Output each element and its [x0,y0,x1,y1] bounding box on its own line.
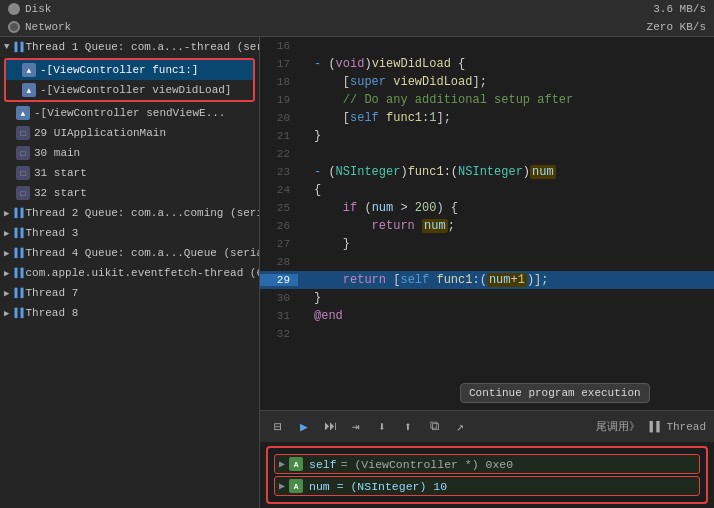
network-row: Network Zero KB/s [0,18,714,36]
frame-icon: □ [16,186,30,200]
thread-info: 尾调用》 ▐▐ Thread [596,419,706,434]
debug-toolbar: ⊟ ▶ Continue program execution ⏭ ⇥ ⬇ ⬆ ⧉… [260,410,714,442]
thread-icon: ▐▐ [11,42,23,53]
thread-icon: ▐▐ [11,308,23,319]
thread-label: Thread 1 Queue: com.a...-thread (seria [25,41,260,53]
thread-item[interactable]: ▶ ▐▐ Thread 2 Queue: com.a...coming (ser… [0,203,259,223]
frame-icon: □ [16,126,30,140]
frame-label: 30 main [34,147,80,159]
expand-icon: ▶ [4,248,9,259]
code-line-26: 26 return num; [260,217,714,235]
code-line-18: 18 [super viewDidLoad]; [260,73,714,91]
thread-label: Thread 8 [25,307,78,319]
thread-label: Thread 3 [25,227,78,239]
frame-item[interactable]: □ 31 start [0,163,259,183]
code-line-31: 31 @end [260,307,714,325]
console-button[interactable]: ⊟ [268,417,288,437]
network-icon [8,21,20,33]
expand-icon: ▶ [4,308,9,319]
thread-icon: ▐▐ [11,248,23,259]
thread-icon: ▐▐ [11,268,23,279]
top-bar: Disk 3.6 MB/s Network Zero KB/s [0,0,714,37]
thread-item[interactable]: ▶ ▐▐ com.apple.uikit.eventfetch-thread (… [0,263,259,283]
toolbar-right: 尾调用》 ▐▐ Thread [596,419,706,434]
frame-item[interactable]: ▲ -[ViewController sendViewE... [0,103,259,123]
code-line-29: 29 return [self func1:(num+1)]; [260,271,714,289]
frame-label: -[ViewController viewDidLoad] [40,84,231,96]
frame-icon: □ [16,166,30,180]
frame-item[interactable]: □ 29 UIApplicationMain [0,123,259,143]
frame-button[interactable]: ⧉ [424,417,444,437]
code-line-27: 27 } [260,235,714,253]
thread-label: com.apple.uikit.eventfetch-thread (6) [25,267,260,279]
frame-item[interactable]: □ 30 main [0,143,259,163]
code-line-25: 25 if (num > 200) { [260,199,714,217]
share-button[interactable]: ↗ [450,417,470,437]
var-expand-icon: ▶ [279,458,285,470]
variable-self[interactable]: ▶ A self = (ViewController *) 0xe0 [274,454,700,474]
thread-item[interactable]: ▶ ▐▐ Thread 8 [0,303,259,323]
thread-item[interactable]: ▶ ▐▐ Thread 3 [0,223,259,243]
code-line-17: 17 - (void)viewDidLoad { [260,55,714,73]
disk-icon [8,3,20,15]
frame-label: 31 start [34,167,87,179]
code-line-30: 30 } [260,289,714,307]
expand-icon: ▶ [4,228,9,239]
thread-item[interactable]: ▶ ▐▐ Thread 7 [0,283,259,303]
thread-list: ▼ ▐▐ Thread 1 Queue: com.a...-thread (se… [0,37,260,508]
disk-speed: 3.6 MB/s [653,3,706,15]
thread-label: Thread 7 [25,287,78,299]
var-type-icon: A [289,479,303,493]
user-frame-icon: ▲ [16,106,30,120]
code-editor: 16 17 - (void)viewDidLoad { 18 [super vi… [260,37,714,508]
code-line-23: 23 - (NSInteger)func1:(NSInteger)num [260,163,714,181]
variables-content: ▶ A self = (ViewController *) 0xe0 ▶ A n… [268,448,706,502]
code-line-19: 19 // Do any additional setup after [260,91,714,109]
code-line-22: 22 [260,145,714,163]
code-lines: 16 17 - (void)viewDidLoad { 18 [super vi… [260,37,714,410]
code-line-20: 20 [self func1:1]; [260,109,714,127]
main-area: ▼ ▐▐ Thread 1 Queue: com.a...-thread (se… [0,37,714,508]
continue-button[interactable]: ▶ [294,417,314,437]
thread-item[interactable]: ▶ ▐▐ Thread 4 Queue: com.a...Queue (seri… [0,243,259,263]
network-speed: Zero KB/s [647,21,706,33]
step-out-button[interactable]: ⬇ [372,417,392,437]
var-type-icon: A [289,457,303,471]
code-line-32: 32 [260,325,714,343]
variables-panel: ▶ A self = (ViewController *) 0xe0 ▶ A n… [266,446,708,504]
step-over-button[interactable]: ⏭ [320,417,340,437]
thread-icon: ▐▐ [11,288,23,299]
disk-row: Disk 3.6 MB/s [0,0,714,18]
frame-label: -[ViewController func1:] [40,64,198,76]
network-label: Network [25,21,71,33]
step-in-button[interactable]: ⇥ [346,417,366,437]
user-frame-icon: ▲ [22,63,36,77]
expand-icon: ▶ [4,268,9,279]
frame-item[interactable]: □ 32 start [0,183,259,203]
var-name: num = (NSInteger) 10 [309,480,447,493]
expand-icon: ▼ [4,42,9,52]
var-expand-icon: ▶ [279,480,285,492]
code-line-24: 24 { [260,181,714,199]
frame-label: 29 UIApplicationMain [34,127,166,139]
code-line-16: 16 [260,37,714,55]
user-frame-icon: ▲ [22,83,36,97]
variable-num[interactable]: ▶ A num = (NSInteger) 10 [274,476,700,496]
expand-icon: ▶ [4,208,9,219]
thread-item[interactable]: ▼ ▐▐ Thread 1 Queue: com.a...-thread (se… [0,37,259,57]
frame-label: -[ViewController sendViewE... [34,107,225,119]
code-line-21: 21 } [260,127,714,145]
var-equals: = (ViewController *) 0xe0 [341,458,514,471]
thread-icon: ▐▐ [11,208,23,219]
frame-item[interactable]: ▲ -[ViewController func1:] [6,60,253,80]
expand-icon: ▶ [4,288,9,299]
thread-label: Thread 4 Queue: com.a...Queue (serial) [25,247,260,259]
thread-label: Thread 2 Queue: com.a...coming (serial) [25,207,260,219]
frame-label: 32 start [34,187,87,199]
frame-icon: □ [16,146,30,160]
thread-icon: ▐▐ [11,228,23,239]
step-up-button[interactable]: ⬆ [398,417,418,437]
var-name: self [309,458,337,471]
frame-item[interactable]: ▲ -[ViewController viewDidLoad] [6,80,253,100]
disk-label: Disk [25,3,51,15]
